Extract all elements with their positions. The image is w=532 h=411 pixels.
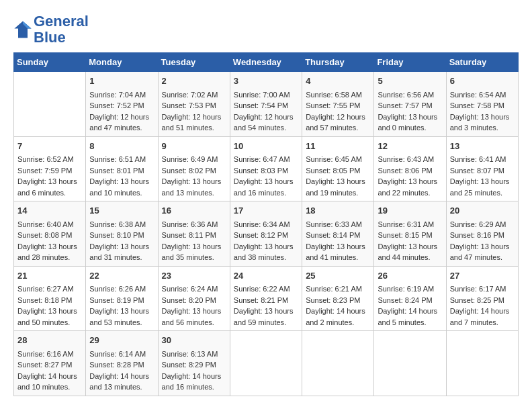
cell-content-line: Daylight: 13 hours — [378, 241, 442, 253]
day-number: 26 — [378, 269, 442, 283]
cell-content-line: Sunset: 8:25 PM — [450, 295, 515, 306]
cell-content-line: Daylight: 13 hours — [450, 241, 515, 253]
cell-content-line: Sunset: 8:01 PM — [89, 165, 154, 177]
cell-content-line: Daylight: 13 hours — [162, 176, 226, 187]
calendar-cell: 28Sunrise: 6:16 AMSunset: 8:27 PMDayligh… — [14, 331, 86, 396]
day-number: 23 — [162, 269, 226, 283]
day-number: 22 — [89, 269, 154, 283]
calendar-cell — [230, 331, 302, 396]
cell-content-line: and 10 minutes. — [17, 381, 82, 393]
cell-content-line: Sunset: 8:29 PM — [162, 359, 226, 371]
cell-content-line: Sunset: 7:59 PM — [17, 165, 82, 177]
cell-content-line: Daylight: 13 hours — [89, 176, 154, 187]
cell-content-line: and 57 minutes. — [306, 122, 370, 134]
cell-content-line: Sunset: 8:12 PM — [234, 230, 298, 241]
cell-content-line: Sunset: 8:19 PM — [89, 295, 154, 306]
day-number: 25 — [306, 269, 370, 283]
day-number: 21 — [17, 269, 82, 283]
cell-content-line: Sunrise: 6:54 AM — [450, 89, 515, 101]
cell-content-line: Daylight: 13 hours — [17, 176, 82, 187]
cell-content-line: Sunrise: 6:36 AM — [162, 219, 226, 230]
day-number: 8 — [89, 140, 154, 153]
cell-content-line: Sunrise: 6:24 AM — [162, 283, 226, 295]
cell-content-line: and 51 minutes. — [162, 122, 226, 134]
day-number: 29 — [89, 334, 154, 347]
cell-content-line: Sunrise: 6:14 AM — [89, 349, 154, 360]
cell-content-line: and 47 minutes. — [89, 122, 154, 134]
calendar-cell: 1Sunrise: 7:04 AMSunset: 7:52 PMDaylight… — [86, 72, 158, 137]
calendar-cell: 21Sunrise: 6:27 AMSunset: 8:18 PMDayligh… — [14, 266, 86, 331]
calendar-cell — [14, 72, 86, 137]
cell-content-line: Sunset: 8:02 PM — [162, 165, 226, 177]
cell-content-line: Sunrise: 6:38 AM — [89, 219, 154, 230]
cell-content-line: and 10 minutes. — [89, 187, 154, 199]
cell-content-line: Daylight: 13 hours — [378, 111, 442, 123]
cell-content-line: Sunrise: 6:19 AM — [378, 283, 442, 295]
day-number: 18 — [306, 204, 370, 218]
day-number: 16 — [162, 204, 226, 218]
calendar-cell: 26Sunrise: 6:19 AMSunset: 8:24 PMDayligh… — [374, 266, 446, 331]
day-number: 24 — [234, 269, 298, 283]
cell-content-line: Daylight: 13 hours — [450, 176, 515, 187]
day-header-thursday: Thursday — [302, 53, 374, 72]
cell-content-line: Sunrise: 6:45 AM — [306, 154, 370, 165]
cell-content-line: Daylight: 12 hours — [234, 111, 298, 123]
cell-content-line: Sunset: 8:10 PM — [89, 230, 154, 241]
calendar-header-row: SundayMondayTuesdayWednesdayThursdayFrid… — [14, 53, 519, 72]
cell-content-line: and 38 minutes. — [234, 252, 298, 263]
cell-content-line: Sunrise: 6:16 AM — [17, 349, 82, 360]
day-header-monday: Monday — [86, 53, 158, 72]
day-header-tuesday: Tuesday — [158, 53, 230, 72]
cell-content-line: Sunset: 8:06 PM — [378, 165, 442, 177]
cell-content-line: and 2 minutes. — [306, 317, 370, 328]
cell-content-line: Sunrise: 6:33 AM — [306, 219, 370, 230]
cell-content-line: and 50 minutes. — [17, 317, 82, 328]
cell-content-line: Daylight: 12 hours — [306, 111, 370, 123]
cell-content-line: Sunrise: 6:27 AM — [17, 283, 82, 295]
page-header: General Blue — [13, 13, 519, 46]
calendar-cell — [302, 331, 374, 396]
cell-content-line: Sunrise: 6:58 AM — [306, 89, 370, 101]
cell-content-line: Sunset: 8:11 PM — [162, 230, 226, 241]
day-number: 28 — [17, 334, 82, 347]
cell-content-line: and 0 minutes. — [378, 122, 442, 134]
cell-content-line: Sunset: 8:14 PM — [306, 230, 370, 241]
cell-content-line: Sunrise: 6:13 AM — [162, 349, 226, 360]
cell-content-line: Sunset: 8:08 PM — [17, 230, 82, 241]
cell-content-line: Sunset: 8:03 PM — [234, 165, 298, 177]
cell-content-line: and 22 minutes. — [378, 187, 442, 199]
day-number: 27 — [450, 269, 515, 283]
cell-content-line: Sunrise: 7:00 AM — [234, 89, 298, 101]
cell-content-line: Daylight: 13 hours — [162, 306, 226, 317]
cell-content-line: Sunrise: 6:49 AM — [162, 154, 226, 165]
day-number: 2 — [162, 75, 226, 88]
calendar-week-row: 7Sunrise: 6:52 AMSunset: 7:59 PMDaylight… — [14, 136, 519, 201]
cell-content-line: Sunrise: 6:41 AM — [450, 154, 515, 165]
calendar-cell: 17Sunrise: 6:34 AMSunset: 8:12 PMDayligh… — [230, 201, 302, 267]
calendar-cell: 12Sunrise: 6:43 AMSunset: 8:06 PMDayligh… — [374, 136, 446, 201]
calendar-cell: 18Sunrise: 6:33 AMSunset: 8:14 PMDayligh… — [302, 201, 374, 267]
day-number: 20 — [450, 204, 515, 218]
calendar-cell: 9Sunrise: 6:49 AMSunset: 8:02 PMDaylight… — [158, 136, 230, 201]
cell-content-line: Sunrise: 6:56 AM — [378, 89, 442, 101]
cell-content-line: Sunset: 8:28 PM — [89, 359, 154, 371]
calendar-cell: 2Sunrise: 7:02 AMSunset: 7:53 PMDaylight… — [158, 72, 230, 137]
cell-content-line: Daylight: 13 hours — [306, 241, 370, 253]
cell-content-line: Sunrise: 6:26 AM — [89, 283, 154, 295]
cell-content-line: Daylight: 14 hours — [306, 306, 370, 317]
cell-content-line: and 47 minutes. — [450, 252, 515, 263]
day-number: 17 — [234, 204, 298, 218]
calendar-table: SundayMondayTuesdayWednesdayThursdayFrid… — [13, 52, 519, 396]
calendar-cell: 4Sunrise: 6:58 AMSunset: 7:55 PMDaylight… — [302, 72, 374, 137]
cell-content-line: Sunrise: 6:47 AM — [234, 154, 298, 165]
calendar-cell: 7Sunrise: 6:52 AMSunset: 7:59 PMDaylight… — [14, 136, 86, 201]
cell-content-line: and 13 minutes. — [162, 187, 226, 199]
cell-content-line: Sunrise: 6:21 AM — [306, 283, 370, 295]
logo-icon — [13, 20, 32, 39]
calendar-cell: 8Sunrise: 6:51 AMSunset: 8:01 PMDaylight… — [86, 136, 158, 201]
cell-content-line: Daylight: 13 hours — [450, 111, 515, 123]
day-header-friday: Friday — [374, 53, 446, 72]
cell-content-line: Sunrise: 6:40 AM — [17, 219, 82, 230]
calendar-cell: 23Sunrise: 6:24 AMSunset: 8:20 PMDayligh… — [158, 266, 230, 331]
calendar-cell: 10Sunrise: 6:47 AMSunset: 8:03 PMDayligh… — [230, 136, 302, 201]
